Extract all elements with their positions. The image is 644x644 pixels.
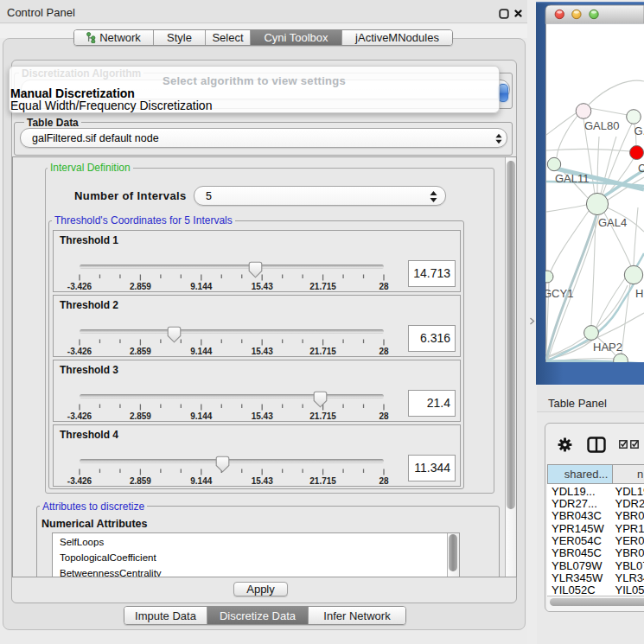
svg-text:GAL4: GAL4 xyxy=(598,216,627,229)
svg-text:GAL80: GAL80 xyxy=(584,119,619,132)
svg-text:C: C xyxy=(638,162,644,175)
svg-text:GAL11: GAL11 xyxy=(555,172,590,185)
svg-text:H: H xyxy=(635,287,643,300)
svg-text:HAP2: HAP2 xyxy=(593,341,622,354)
svg-text:G.: G. xyxy=(634,124,644,137)
svg-text:GCY1: GCY1 xyxy=(543,287,573,300)
